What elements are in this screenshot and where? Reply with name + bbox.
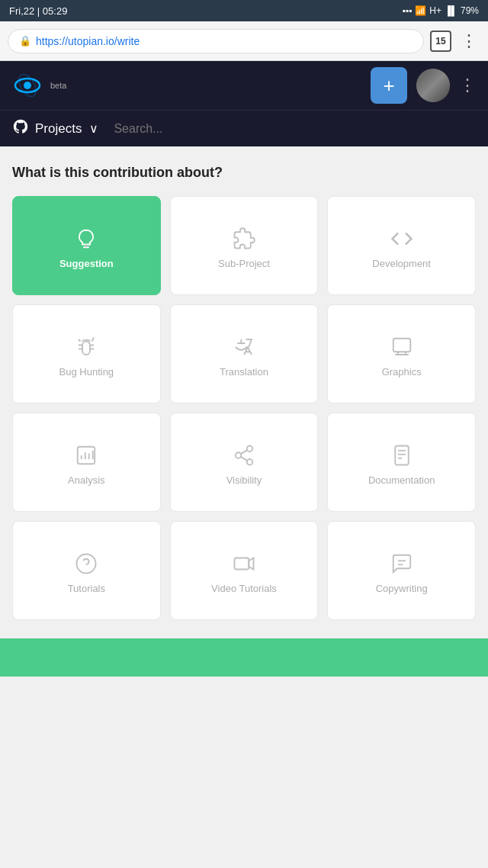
card-documentation[interactable]: Documentation	[327, 413, 476, 512]
svg-rect-6	[393, 338, 410, 352]
card-bug-hunting-label: Bug Hunting	[59, 366, 114, 378]
browser-bar: 🔒 https://utopian.io/write 15 ⋮	[0, 21, 488, 61]
question-icon	[75, 552, 98, 575]
avatar[interactable]	[416, 69, 450, 102]
graphics-icon	[390, 336, 413, 358]
browser-menu-icon[interactable]: ⋮	[458, 31, 480, 51]
projects-label[interactable]: Projects	[35, 121, 82, 137]
card-visibility[interactable]: Visibility	[170, 413, 319, 512]
card-analysis-label: Analysis	[68, 474, 104, 486]
beta-label: beta	[50, 81, 66, 90]
svg-line-12	[241, 450, 248, 454]
github-icon	[12, 118, 29, 139]
video-icon	[233, 552, 255, 575]
url-bar[interactable]: 🔒 https://utopian.io/write	[8, 29, 424, 53]
svg-line-11	[241, 456, 248, 460]
card-development[interactable]: Development	[327, 196, 476, 295]
svg-point-17	[77, 554, 96, 573]
network-icon: H+	[429, 5, 441, 16]
doc-icon	[390, 444, 413, 467]
card-tutorials-label: Tutorials	[68, 583, 105, 594]
card-translation-label: Translation	[220, 366, 268, 378]
puzzle-icon	[233, 227, 255, 250]
status-icons: ▪▪▪ 📶 H+ ▐▌ 79%	[403, 5, 480, 16]
card-analysis[interactable]: Analysis	[12, 413, 161, 512]
card-bug-hunting[interactable]: Bug Hunting	[12, 304, 161, 403]
card-video-tutorials[interactable]: Video Tutorials	[170, 521, 319, 620]
svg-marker-20	[249, 558, 253, 569]
card-suggestion[interactable]: Suggestion	[12, 196, 161, 295]
bulb-icon	[75, 227, 98, 250]
card-translation[interactable]: Translation	[170, 304, 319, 403]
status-bar: Fri,22 | 05:29 ▪▪▪ 📶 H+ ▐▌ 79%	[0, 0, 488, 21]
add-button[interactable]: +	[371, 67, 407, 104]
bottom-bar	[0, 638, 488, 677]
card-graphics[interactable]: Graphics	[327, 304, 476, 403]
header-actions: + ⋮	[371, 67, 476, 104]
nav-bar: Projects ∨	[0, 110, 488, 146]
svg-point-10	[247, 459, 253, 465]
card-sub-project-label: Sub-Project	[218, 258, 270, 269]
section-title: What is this contribution about?	[12, 165, 476, 181]
tab-count[interactable]: 15	[430, 31, 451, 52]
copy-icon	[390, 552, 413, 575]
translate-icon	[233, 336, 255, 358]
header-menu-icon[interactable]: ⋮	[459, 76, 476, 95]
chevron-down-icon[interactable]: ∨	[89, 121, 98, 136]
card-documentation-label: Documentation	[368, 474, 435, 486]
logo-area: beta	[12, 70, 66, 101]
wifi-icon: 📶	[415, 5, 426, 16]
card-sub-project[interactable]: Sub-Project	[170, 196, 319, 295]
card-tutorials[interactable]: Tutorials	[12, 521, 161, 620]
url-text: https://utopian.io/write	[36, 35, 140, 47]
card-development-label: Development	[372, 258, 431, 269]
card-video-tutorials-label: Video Tutorials	[211, 583, 277, 594]
svg-rect-13	[395, 445, 409, 465]
battery-percent: 79%	[461, 5, 479, 16]
card-visibility-label: Visibility	[226, 474, 262, 486]
search-input[interactable]	[114, 122, 476, 136]
bug-icon	[75, 336, 98, 358]
main-content: What is this contribution about? Suggest…	[0, 146, 488, 632]
svg-point-2	[24, 82, 31, 89]
analysis-icon	[75, 444, 98, 467]
svg-rect-5	[82, 341, 90, 355]
code-icon	[390, 227, 413, 250]
app-header: beta + ⋮	[0, 61, 488, 110]
contribution-grid: Suggestion Sub-Project Development	[12, 196, 476, 620]
battery-icon: ▐▌	[445, 5, 458, 16]
avatar-image	[416, 69, 450, 102]
lock-icon: 🔒	[19, 35, 31, 47]
signal-icon: ▪▪▪	[403, 5, 413, 16]
status-time: Fri,22 | 05:29	[9, 5, 67, 17]
svg-point-8	[247, 445, 253, 452]
svg-point-9	[236, 452, 242, 458]
share-icon	[233, 444, 255, 467]
card-copywriting[interactable]: Copywriting	[327, 521, 476, 620]
logo-icon	[12, 70, 43, 101]
card-suggestion-label: Suggestion	[59, 258, 114, 269]
card-copywriting-label: Copywriting	[376, 583, 428, 594]
card-graphics-label: Graphics	[382, 366, 422, 378]
svg-rect-19	[234, 558, 249, 569]
